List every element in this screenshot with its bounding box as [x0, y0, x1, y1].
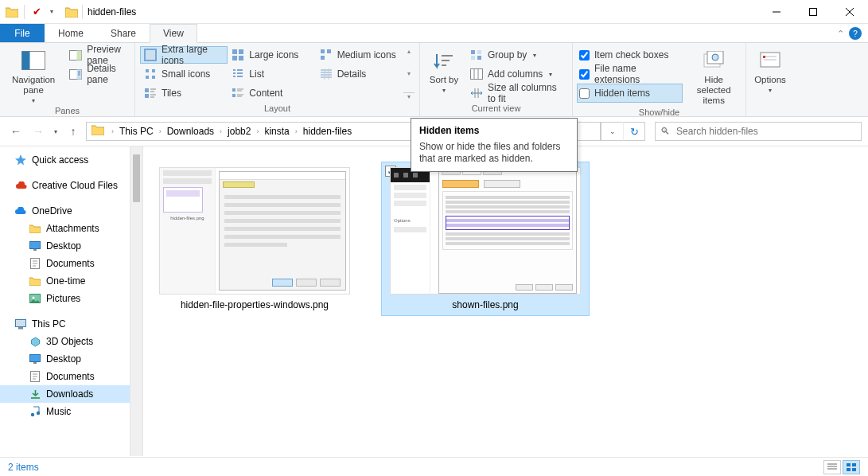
options-button[interactable]: Options ▾ — [751, 46, 789, 96]
small-icons-icon — [144, 68, 157, 80]
tree-pc-3d-objects[interactable]: 3D Objects — [0, 333, 142, 350]
add-columns-button[interactable]: Add columns ▾ — [466, 65, 567, 83]
svg-point-31 — [712, 54, 718, 60]
details-pane-icon — [69, 68, 82, 80]
chevron-right-icon[interactable]: › — [217, 127, 224, 135]
layout-list-button[interactable]: List — [228, 65, 315, 83]
forward-button[interactable]: → — [29, 122, 48, 141]
layout-extra-large-button[interactable]: Extra large icons — [140, 46, 228, 64]
scrollbar-thumb[interactable] — [133, 154, 140, 202]
layout-scroll-up-icon[interactable]: ▴ — [403, 48, 415, 55]
tree-item-label: Music — [46, 406, 71, 417]
hidden-items-checkbox[interactable] — [579, 88, 590, 99]
navigation-pane-button[interactable]: Navigation pane ▾ — [5, 46, 62, 106]
chevron-right-icon[interactable]: › — [254, 127, 261, 135]
file-name: hidden-file-properties-windows.png — [181, 299, 329, 310]
preview-pane-button[interactable]: Preview pane — [65, 46, 130, 64]
qat-dropdown-icon[interactable]: ▾ — [47, 8, 56, 15]
file-item[interactable]: ✔ Options — [382, 162, 589, 315]
breadcrumb-jobb2[interactable]: jobb2 — [224, 123, 254, 140]
hidden-items-toggle[interactable]: Hidden items — [578, 84, 682, 102]
file-name-extensions-checkbox[interactable] — [579, 69, 590, 80]
tree-pc-desktop[interactable]: Desktop — [0, 350, 142, 368]
svg-rect-44 — [847, 463, 850, 466]
tree-quick-access[interactable]: Quick access — [0, 151, 142, 169]
tab-file[interactable]: File — [0, 24, 45, 43]
history-dropdown[interactable]: ▾ — [51, 128, 60, 135]
tab-view[interactable]: View — [150, 24, 197, 43]
tab-home[interactable]: Home — [45, 24, 97, 43]
tree-onedrive-documents[interactable]: Documents — [0, 255, 142, 272]
expand-ribbon-icon[interactable]: ⌃ — [837, 29, 844, 39]
file-thumbnail: Options — [390, 167, 581, 295]
search-box[interactable]: 🔍︎ — [655, 122, 862, 141]
chevron-right-icon[interactable]: › — [157, 127, 164, 135]
layout-small-button[interactable]: Small icons — [140, 65, 228, 83]
layout-content-button[interactable]: Content — [228, 84, 315, 102]
search-input[interactable] — [676, 126, 856, 137]
tree-pc-music[interactable]: Music — [0, 403, 142, 420]
tree-onedrive[interactable]: OneDrive — [0, 202, 142, 220]
window-title: hidden-files — [84, 6, 136, 18]
music-icon — [29, 405, 41, 418]
tree-item-label: Documents — [46, 258, 95, 269]
tree-pc-documents[interactable]: Documents — [0, 368, 142, 385]
svg-rect-20 — [232, 94, 235, 97]
file-item[interactable]: hidden-files.png hidden-file-properties-… — [151, 162, 358, 315]
layout-large-button[interactable]: Large icons — [228, 46, 315, 64]
close-button[interactable] — [831, 0, 868, 24]
breadcrumb-downloads[interactable]: Downloads — [164, 123, 217, 140]
tree-pc-downloads[interactable]: Downloads — [0, 385, 142, 403]
tree-onedrive-pictures[interactable]: Pictures — [0, 290, 142, 307]
minimize-button[interactable] — [758, 0, 795, 24]
scrollbar[interactable] — [130, 146, 142, 456]
svg-rect-38 — [16, 319, 26, 326]
chevron-right-icon[interactable]: › — [109, 127, 116, 135]
app-icon[interactable] — [3, 3, 21, 21]
star-icon — [14, 154, 27, 166]
breadcrumb-hidden-files[interactable]: hidden-files — [300, 123, 355, 140]
svg-rect-33 — [763, 56, 765, 58]
svg-rect-9 — [146, 69, 149, 72]
breadcrumb-this-pc[interactable]: This PC — [116, 123, 157, 140]
group-by-button[interactable]: Group by ▾ — [466, 46, 567, 64]
tab-share[interactable]: Share — [97, 24, 150, 43]
breadcrumb-kinsta[interactable]: kinsta — [261, 123, 292, 140]
layout-more-icon[interactable]: ▾ — [403, 92, 415, 100]
file-list[interactable]: hidden-files.png hidden-file-properties-… — [143, 146, 868, 456]
details-pane-button[interactable]: Details pane — [65, 65, 130, 83]
file-name-extensions-toggle[interactable]: File name extensions — [578, 65, 682, 83]
tree-creative-cloud[interactable]: Creative Cloud Files — [0, 177, 142, 194]
size-columns-label: Size all columns to fit — [488, 82, 563, 104]
address-dropdown[interactable]: ⌄ — [601, 122, 623, 141]
refresh-button[interactable]: ↻ — [623, 122, 645, 141]
qat-properties-icon[interactable]: ✔ — [28, 3, 45, 21]
layout-scroll-down-icon[interactable]: ▾ — [403, 70, 415, 77]
svg-rect-12 — [152, 76, 155, 79]
group-layout: Extra large icons Small icons Tiles Larg… — [135, 43, 420, 116]
ribbon-tabs: File Home Share View ⌃ ? — [0, 24, 868, 43]
svg-rect-24 — [471, 50, 475, 54]
hide-selected-button[interactable]: Hide selected items — [687, 46, 741, 107]
sort-by-button[interactable]: Sort by ▾ — [425, 46, 463, 96]
help-icon[interactable]: ? — [849, 27, 862, 40]
size-columns-button[interactable]: Size all columns to fit — [466, 84, 567, 102]
layout-details-button[interactable]: Details — [316, 65, 403, 83]
layout-tiles-button[interactable]: Tiles — [140, 84, 228, 102]
layout-small-label: Small icons — [162, 68, 210, 80]
item-check-boxes-toggle[interactable]: Item check boxes — [578, 46, 682, 64]
layout-medium-button[interactable]: Medium icons — [316, 46, 403, 64]
navigation-tree[interactable]: Quick access Creative Cloud Files OneDri… — [0, 146, 143, 456]
tree-onedrive-attachments[interactable]: Attachments — [0, 220, 142, 237]
tree-onedrive-desktop[interactable]: Desktop — [0, 237, 142, 255]
folder-icon — [63, 3, 80, 21]
up-button[interactable]: ↑ — [64, 122, 83, 141]
item-check-boxes-checkbox[interactable] — [579, 50, 590, 60]
chevron-right-icon[interactable]: › — [293, 127, 300, 135]
view-details-button[interactable] — [823, 460, 841, 474]
tree-onedrive-onetime[interactable]: One-time — [0, 272, 142, 290]
view-thumbnails-button[interactable] — [843, 460, 860, 474]
tree-this-pc[interactable]: This PC — [0, 315, 142, 333]
back-button[interactable]: ← — [6, 122, 25, 141]
maximize-button[interactable] — [795, 0, 831, 24]
